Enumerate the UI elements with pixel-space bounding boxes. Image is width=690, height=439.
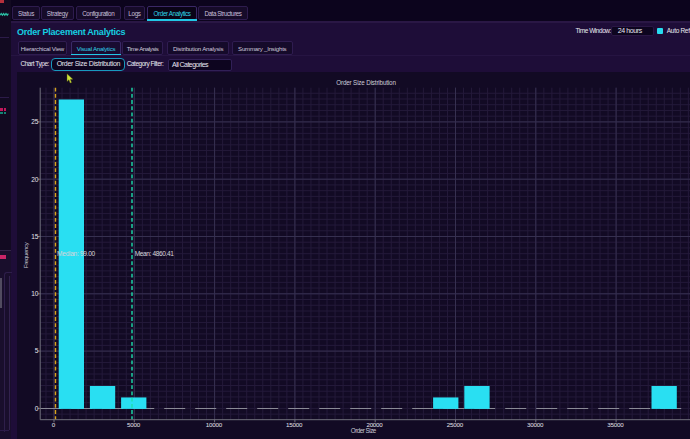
svg-text:25: 25 xyxy=(31,118,39,125)
svg-text:10000: 10000 xyxy=(205,421,222,428)
svg-text:Frequency: Frequency xyxy=(22,242,28,268)
svg-text:5: 5 xyxy=(34,347,38,354)
svg-text:15: 15 xyxy=(31,233,39,240)
svg-text:5000: 5000 xyxy=(127,421,141,428)
svg-text:0: 0 xyxy=(34,405,38,412)
svg-text:30000: 30000 xyxy=(526,421,543,428)
svg-text:20: 20 xyxy=(31,176,39,183)
svg-text:Median: 99.00: Median: 99.00 xyxy=(57,250,96,257)
svg-text:Order Size: Order Size xyxy=(350,427,376,434)
svg-text:10: 10 xyxy=(31,290,39,297)
svg-text:25000: 25000 xyxy=(446,421,463,428)
svg-text:15000: 15000 xyxy=(286,421,303,428)
svg-text:Order Size Distribution: Order Size Distribution xyxy=(336,79,396,86)
svg-text:Mean: 4860.41: Mean: 4860.41 xyxy=(134,250,174,257)
svg-text:0: 0 xyxy=(51,421,55,428)
svg-text:35000: 35000 xyxy=(607,421,624,428)
